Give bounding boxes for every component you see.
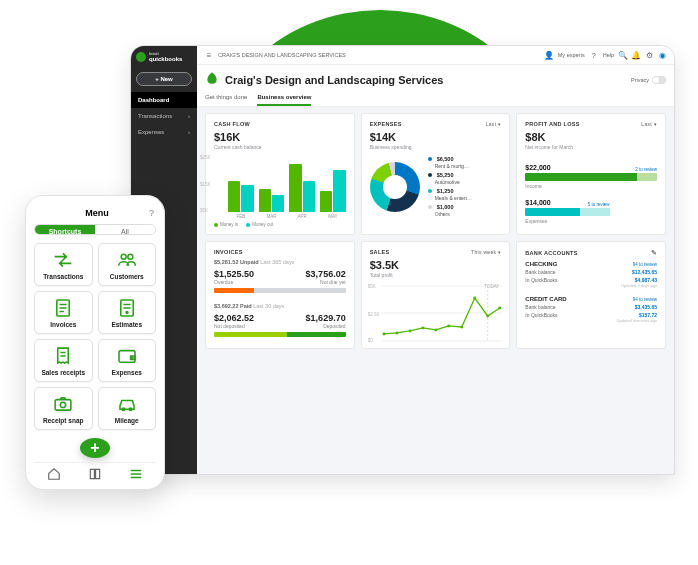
card-profit-loss: PROFIT AND LOSSLast ▾ $8K Net income for… xyxy=(516,113,666,235)
svg-point-14 xyxy=(121,254,126,259)
checking-review-link[interactable]: 94 to review xyxy=(633,262,657,267)
search-icon[interactable]: 🔍 xyxy=(619,51,627,59)
pl-amount: $8K xyxy=(525,131,657,143)
estimate-icon xyxy=(101,299,154,317)
invoice-icon xyxy=(37,299,90,317)
svg-point-4 xyxy=(382,332,385,335)
help-link[interactable]: Help xyxy=(603,52,614,58)
credit-review-link[interactable]: 94 to review xyxy=(633,297,657,302)
phone-menu-title: Menu xyxy=(45,208,149,218)
svg-point-9 xyxy=(447,324,450,327)
sidebar-item-transactions[interactable]: Transactions› xyxy=(131,108,197,124)
chevron-right-icon: › xyxy=(188,113,190,119)
expenses-review-link[interactable]: 5 to review xyxy=(588,202,610,207)
tile-expenses[interactable]: Expenses xyxy=(98,339,157,382)
book-icon[interactable] xyxy=(88,467,102,483)
receipt-icon xyxy=(37,347,90,365)
tile-mileage[interactable]: Mileage xyxy=(98,387,157,430)
tab-get-things-done[interactable]: Get things done xyxy=(205,90,247,106)
svg-rect-21 xyxy=(55,399,71,410)
camera-icon xyxy=(37,395,90,413)
gear-icon[interactable]: ⚙ xyxy=(645,51,653,59)
new-button[interactable]: + New xyxy=(136,72,192,86)
menu-icon[interactable]: ≡ xyxy=(205,51,213,59)
card-sales: SALESThis week ▾ $3.5K Total profit TODA… xyxy=(361,241,511,349)
help-icon[interactable]: ? xyxy=(149,208,154,218)
segment-all[interactable]: All xyxy=(95,225,155,234)
privacy-label: Privacy xyxy=(631,77,649,83)
help-icon[interactable]: ? xyxy=(590,51,598,59)
card-invoices: INVOICES $5,281.52 Unpaid Last 365 days … xyxy=(205,241,355,349)
svg-point-8 xyxy=(434,328,437,331)
svg-point-10 xyxy=(460,325,463,328)
menu-active-icon[interactable] xyxy=(129,467,143,483)
svg-point-15 xyxy=(128,254,133,259)
expenses-period-select[interactable]: Last ▾ xyxy=(486,121,502,127)
svg-point-5 xyxy=(395,331,398,334)
cashflow-amount: $16K xyxy=(214,131,346,143)
tile-customers[interactable]: Customers xyxy=(98,243,157,286)
transfer-arrows-icon xyxy=(37,251,90,269)
quickbooks-icon xyxy=(136,52,146,62)
wallet-icon xyxy=(101,347,154,365)
avatar[interactable]: ◉ xyxy=(658,51,666,59)
sales-period-select[interactable]: This week ▾ xyxy=(471,249,501,255)
svg-point-6 xyxy=(408,329,411,332)
expenses-donut-chart xyxy=(370,162,420,212)
svg-point-12 xyxy=(486,314,489,317)
svg-point-18 xyxy=(126,311,128,313)
leaf-icon xyxy=(205,71,219,88)
svg-point-11 xyxy=(473,297,476,300)
brand-logo: intuit quickbooks xyxy=(131,46,197,68)
chevron-right-icon: › xyxy=(188,129,190,135)
pencil-icon[interactable]: ✎ xyxy=(651,249,657,257)
svg-point-20 xyxy=(131,357,132,358)
sales-amount: $3.5K xyxy=(370,259,502,271)
sales-line-chart: TODAY $5K $2.5K $0 xyxy=(370,286,502,341)
sidebar-item-dashboard[interactable]: Dashboard xyxy=(131,92,197,108)
bell-icon[interactable]: 🔔 xyxy=(632,51,640,59)
car-icon xyxy=(101,395,154,413)
fab-add-button[interactable]: + xyxy=(80,438,110,458)
tile-invoices[interactable]: Invoices xyxy=(34,291,93,334)
tile-sales-receipts[interactable]: Sales receipts xyxy=(34,339,93,382)
tile-receipt-snap[interactable]: Receipt snap xyxy=(34,387,93,430)
expenses-amount: $14K xyxy=(370,131,502,143)
privacy-toggle[interactable] xyxy=(652,76,666,84)
card-expenses: EXPENSESLast ▾ $14K Business spending $6… xyxy=(361,113,511,235)
svg-point-22 xyxy=(61,402,66,407)
pl-period-select[interactable]: Last ▾ xyxy=(641,121,657,127)
income-review-link[interactable]: 2 to review xyxy=(635,167,657,172)
cashflow-bar-chart xyxy=(228,160,346,212)
svg-point-7 xyxy=(421,326,424,329)
tab-business-overview[interactable]: Business overview xyxy=(257,90,311,106)
card-cashflow: CASH FLOW $16K Current cash balance $25K… xyxy=(205,113,355,235)
segment-control[interactable]: Shortcuts All xyxy=(34,224,156,235)
segment-shortcuts[interactable]: Shortcuts xyxy=(35,225,95,234)
user-icon[interactable]: 👤 xyxy=(545,51,553,59)
home-icon[interactable] xyxy=(47,467,61,483)
tile-estimates[interactable]: Estimates xyxy=(98,291,157,334)
svg-point-13 xyxy=(498,307,501,310)
card-bank-accounts: BANK ACCOUNTS✎ CHECKING 94 to review Ban… xyxy=(516,241,666,349)
breadcrumb: CRAIG'S DESIGN AND LANDSCAPING SERVICES xyxy=(218,52,346,58)
sidebar-item-expenses[interactable]: Expenses› xyxy=(131,124,197,140)
tile-transactions[interactable]: Transactions xyxy=(34,243,93,286)
page-title: Craig's Design and Landscaping Services xyxy=(225,74,443,86)
users-icon xyxy=(101,251,154,269)
my-experts-link[interactable]: My experts xyxy=(558,52,585,58)
